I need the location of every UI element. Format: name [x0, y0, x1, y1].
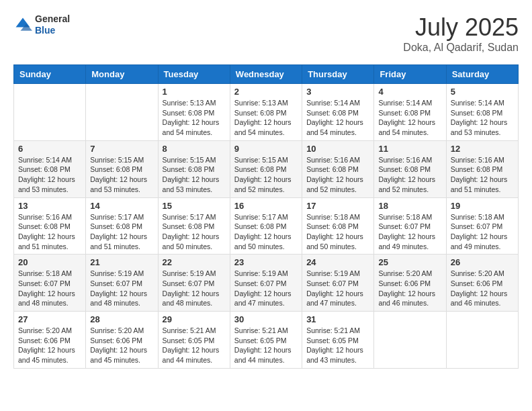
- logo: General Blue: [13, 13, 70, 36]
- column-header-wednesday: Wednesday: [230, 65, 302, 84]
- calendar-cell: 5 Sunrise: 5:14 AMSunset: 6:08 PMDayligh…: [446, 84, 518, 141]
- calendar-cell: 19 Sunrise: 5:18 AMSunset: 6:07 PMDaylig…: [446, 197, 518, 255]
- calendar-cell: 25 Sunrise: 5:20 AMSunset: 6:06 PMDaylig…: [374, 255, 446, 312]
- calendar-cell: 27 Sunrise: 5:20 AMSunset: 6:06 PMDaylig…: [14, 312, 86, 369]
- day-number: 31: [306, 314, 369, 324]
- day-number: 22: [163, 257, 226, 267]
- calendar-cell: [14, 84, 86, 141]
- day-number: 17: [306, 201, 369, 211]
- calendar-cell: 22 Sunrise: 5:19 AMSunset: 6:07 PMDaylig…: [158, 255, 230, 312]
- calendar-cell: 31 Sunrise: 5:21 AMSunset: 6:05 PMDaylig…: [302, 312, 374, 369]
- day-number: 14: [90, 201, 153, 211]
- calendar-cell: [374, 312, 446, 369]
- day-number: 10: [306, 144, 369, 154]
- day-info: Sunrise: 5:19 AMSunset: 6:07 PMDaylight:…: [234, 269, 298, 308]
- day-number: 12: [451, 144, 514, 154]
- calendar-cell: 20 Sunrise: 5:18 AMSunset: 6:07 PMDaylig…: [14, 255, 86, 312]
- calendar-cell: 1 Sunrise: 5:13 AMSunset: 6:08 PMDayligh…: [158, 84, 230, 141]
- calendar-cell: 8 Sunrise: 5:15 AMSunset: 6:08 PMDayligh…: [158, 140, 230, 197]
- day-info: Sunrise: 5:17 AMSunset: 6:08 PMDaylight:…: [234, 212, 298, 252]
- day-number: 27: [18, 314, 81, 324]
- calendar-table: SundayMondayTuesdayWednesdayThursdayFrid…: [13, 64, 519, 369]
- day-number: 1: [163, 87, 226, 97]
- day-info: Sunrise: 5:16 AMSunset: 6:08 PMDaylight:…: [378, 155, 441, 195]
- calendar-cell: 12 Sunrise: 5:16 AMSunset: 6:08 PMDaylig…: [446, 140, 518, 197]
- day-number: 20: [18, 257, 81, 267]
- calendar-cell: 6 Sunrise: 5:14 AMSunset: 6:08 PMDayligh…: [14, 140, 86, 197]
- day-info: Sunrise: 5:17 AMSunset: 6:08 PMDaylight:…: [163, 212, 226, 252]
- day-info: Sunrise: 5:21 AMSunset: 6:05 PMDaylight:…: [163, 326, 226, 365]
- day-info: Sunrise: 5:14 AMSunset: 6:08 PMDaylight:…: [378, 98, 441, 138]
- logo-text: General Blue: [35, 13, 70, 36]
- day-info: Sunrise: 5:14 AMSunset: 6:08 PMDaylight:…: [451, 98, 514, 138]
- day-number: 4: [378, 87, 441, 97]
- calendar-cell: 10 Sunrise: 5:16 AMSunset: 6:08 PMDaylig…: [302, 140, 374, 197]
- day-info: Sunrise: 5:18 AMSunset: 6:07 PMDaylight:…: [18, 269, 81, 308]
- calendar-cell: 23 Sunrise: 5:19 AMSunset: 6:07 PMDaylig…: [230, 255, 302, 312]
- calendar-cell: 17 Sunrise: 5:18 AMSunset: 6:08 PMDaylig…: [302, 197, 374, 255]
- day-number: 5: [451, 87, 514, 97]
- calendar-cell: 28 Sunrise: 5:20 AMSunset: 6:06 PMDaylig…: [86, 312, 158, 369]
- calendar-cell: 9 Sunrise: 5:15 AMSunset: 6:08 PMDayligh…: [230, 140, 302, 197]
- day-number: 9: [234, 144, 298, 154]
- day-info: Sunrise: 5:21 AMSunset: 6:05 PMDaylight:…: [234, 326, 298, 365]
- day-info: Sunrise: 5:14 AMSunset: 6:08 PMDaylight:…: [306, 98, 369, 138]
- calendar-cell: 3 Sunrise: 5:14 AMSunset: 6:08 PMDayligh…: [302, 84, 374, 141]
- calendar-cell: 30 Sunrise: 5:21 AMSunset: 6:05 PMDaylig…: [230, 312, 302, 369]
- calendar-week-row: 6 Sunrise: 5:14 AMSunset: 6:08 PMDayligh…: [14, 140, 519, 197]
- location-title: Doka, Al Qadarif, Sudan: [403, 42, 519, 54]
- day-info: Sunrise: 5:14 AMSunset: 6:08 PMDaylight:…: [18, 155, 81, 195]
- day-number: 21: [90, 257, 153, 267]
- column-header-sunday: Sunday: [14, 65, 86, 84]
- day-info: Sunrise: 5:13 AMSunset: 6:08 PMDaylight:…: [234, 98, 298, 138]
- calendar-cell: 2 Sunrise: 5:13 AMSunset: 6:08 PMDayligh…: [230, 84, 302, 141]
- calendar-week-row: 1 Sunrise: 5:13 AMSunset: 6:08 PMDayligh…: [14, 84, 519, 141]
- day-number: 2: [234, 87, 298, 97]
- calendar-cell: 18 Sunrise: 5:18 AMSunset: 6:07 PMDaylig…: [374, 197, 446, 255]
- day-info: Sunrise: 5:13 AMSunset: 6:08 PMDaylight:…: [163, 98, 226, 138]
- day-info: Sunrise: 5:19 AMSunset: 6:07 PMDaylight:…: [90, 269, 153, 308]
- title-block: July 2025 Doka, Al Qadarif, Sudan: [403, 13, 519, 54]
- calendar-header-row: SundayMondayTuesdayWednesdayThursdayFrid…: [14, 65, 519, 84]
- column-header-tuesday: Tuesday: [158, 65, 230, 84]
- day-info: Sunrise: 5:15 AMSunset: 6:08 PMDaylight:…: [163, 155, 226, 195]
- logo-icon: [13, 15, 32, 34]
- day-number: 28: [90, 314, 153, 324]
- calendar-week-row: 20 Sunrise: 5:18 AMSunset: 6:07 PMDaylig…: [14, 255, 519, 312]
- calendar-week-row: 13 Sunrise: 5:16 AMSunset: 6:08 PMDaylig…: [14, 197, 519, 255]
- day-number: 19: [451, 201, 514, 211]
- calendar-cell: 11 Sunrise: 5:16 AMSunset: 6:08 PMDaylig…: [374, 140, 446, 197]
- day-number: 25: [378, 257, 441, 267]
- calendar-cell: 15 Sunrise: 5:17 AMSunset: 6:08 PMDaylig…: [158, 197, 230, 255]
- logo-blue-text: Blue: [35, 25, 70, 36]
- calendar-cell: 29 Sunrise: 5:21 AMSunset: 6:05 PMDaylig…: [158, 312, 230, 369]
- calendar-cell: 26 Sunrise: 5:20 AMSunset: 6:06 PMDaylig…: [446, 255, 518, 312]
- day-info: Sunrise: 5:15 AMSunset: 6:08 PMDaylight:…: [234, 155, 298, 195]
- day-info: Sunrise: 5:16 AMSunset: 6:08 PMDaylight:…: [18, 212, 81, 252]
- day-number: 13: [18, 201, 81, 211]
- day-info: Sunrise: 5:21 AMSunset: 6:05 PMDaylight:…: [306, 326, 369, 365]
- column-header-saturday: Saturday: [446, 65, 518, 84]
- day-number: 3: [306, 87, 369, 97]
- calendar-week-row: 27 Sunrise: 5:20 AMSunset: 6:06 PMDaylig…: [14, 312, 519, 369]
- day-number: 6: [18, 144, 81, 154]
- day-info: Sunrise: 5:17 AMSunset: 6:08 PMDaylight:…: [90, 212, 153, 252]
- calendar-cell: 4 Sunrise: 5:14 AMSunset: 6:08 PMDayligh…: [374, 84, 446, 141]
- day-number: 16: [234, 201, 298, 211]
- day-info: Sunrise: 5:15 AMSunset: 6:08 PMDaylight:…: [90, 155, 153, 195]
- calendar-cell: 16 Sunrise: 5:17 AMSunset: 6:08 PMDaylig…: [230, 197, 302, 255]
- calendar-cell: 21 Sunrise: 5:19 AMSunset: 6:07 PMDaylig…: [86, 255, 158, 312]
- day-number: 26: [451, 257, 514, 267]
- day-number: 8: [163, 144, 226, 154]
- day-number: 23: [234, 257, 298, 267]
- month-title: July 2025: [403, 13, 519, 42]
- day-number: 11: [378, 144, 441, 154]
- column-header-thursday: Thursday: [302, 65, 374, 84]
- day-info: Sunrise: 5:16 AMSunset: 6:08 PMDaylight:…: [306, 155, 369, 195]
- column-header-monday: Monday: [86, 65, 158, 84]
- day-number: 15: [163, 201, 226, 211]
- calendar-cell: [446, 312, 518, 369]
- calendar-cell: 13 Sunrise: 5:16 AMSunset: 6:08 PMDaylig…: [14, 197, 86, 255]
- day-info: Sunrise: 5:20 AMSunset: 6:06 PMDaylight:…: [378, 269, 441, 308]
- day-info: Sunrise: 5:20 AMSunset: 6:06 PMDaylight:…: [90, 326, 153, 365]
